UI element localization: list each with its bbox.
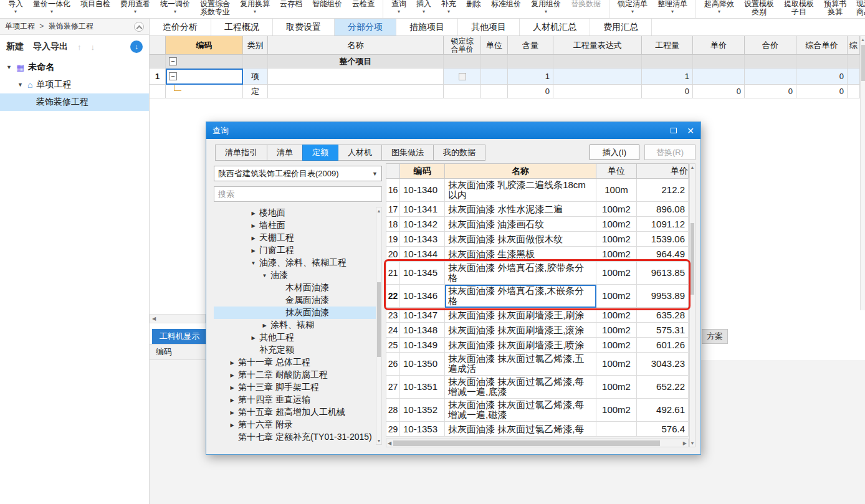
main-tab[interactable]: 费用汇总 bbox=[590, 19, 652, 36]
grid-cell[interactable] bbox=[796, 55, 848, 69]
total-cell[interactable]: 0 bbox=[745, 85, 796, 98]
dialog-tab[interactable]: 人材机 bbox=[338, 145, 382, 161]
scrollbar-thumb[interactable] bbox=[861, 45, 865, 81]
scroll-up-icon[interactable]: ▲ bbox=[690, 164, 695, 171]
column-header-partial[interactable]: 综 bbox=[848, 36, 860, 55]
grid-cell[interactable] bbox=[444, 55, 481, 69]
grid-cell[interactable] bbox=[508, 55, 553, 69]
ribbon-button[interactable]: 提取模板 子目 bbox=[780, 0, 818, 16]
column-header-total[interactable]: 合价 bbox=[745, 36, 796, 55]
ribbon-button[interactable]: 云检查 bbox=[348, 0, 379, 8]
catalog-tree-item[interactable]: 补充定额 bbox=[214, 344, 382, 356]
scroll-left-icon[interactable]: ◀ bbox=[152, 316, 156, 321]
tree-item-single-project[interactable]: ▼ ⌂ 单项工程 bbox=[0, 76, 149, 93]
column-header-code[interactable]: 编码 bbox=[166, 36, 243, 55]
grid-cell[interactable]: 整个项目 bbox=[268, 55, 444, 69]
quota-table-row[interactable]: 2210-1346抹灰面油漆 外墙真石漆,木嵌条分格100m29953.89 bbox=[386, 285, 689, 308]
catalog-tree-item[interactable]: ▶第十六章 附录 bbox=[214, 419, 382, 431]
collapse-row-icon[interactable]: − bbox=[169, 72, 177, 80]
catalog-tree-item[interactable]: 第十七章 定额补充(TY01-31-2015) bbox=[214, 431, 382, 444]
grid-row[interactable]: 定 0 0 0 0 0 bbox=[150, 85, 860, 98]
comp-price-cell[interactable]: 0 bbox=[796, 85, 848, 98]
catalog-tree-item[interactable]: ▶第十二章 耐酸防腐工程 bbox=[214, 369, 382, 381]
column-header-content[interactable]: 含量 bbox=[508, 36, 553, 55]
catalog-tree-item[interactable]: ▶楼地面 bbox=[214, 207, 382, 219]
main-tab[interactable]: 工程概况 bbox=[211, 19, 273, 36]
catalog-tree-item[interactable]: 金属面油漆 bbox=[214, 294, 382, 307]
horizontal-scrollbar[interactable]: ◀ ▶ bbox=[386, 439, 689, 447]
ribbon-button[interactable]: 项目自检 bbox=[76, 0, 115, 8]
catalog-tree-item[interactable]: ▶第十三章 脚手架工程 bbox=[214, 381, 382, 394]
dialog-tab[interactable]: 清单指引 bbox=[215, 145, 267, 161]
grid-row[interactable]: 1 − 项 1 1 0 bbox=[150, 69, 860, 85]
plan-tab[interactable]: 方案 bbox=[702, 329, 728, 344]
dialog-tab[interactable]: 我的数据 bbox=[433, 145, 485, 161]
vertical-scrollbar[interactable]: ▲ bbox=[860, 36, 865, 310]
grid-cell[interactable] bbox=[243, 55, 268, 69]
grid-cell[interactable] bbox=[693, 55, 745, 69]
price-cell[interactable] bbox=[693, 69, 745, 85]
ribbon-button[interactable]: 现浇转 商品砼 bbox=[852, 0, 865, 16]
type-cell[interactable]: 定 bbox=[243, 85, 268, 98]
scroll-up-icon[interactable]: ▲ bbox=[861, 36, 865, 44]
qty-cell[interactable]: 0 bbox=[642, 85, 693, 98]
quota-table-row[interactable]: 1910-1343抹灰面油漆 抹灰面做假木纹100m21539.06 bbox=[386, 232, 689, 247]
content-cell[interactable]: 1 bbox=[508, 69, 553, 85]
dialog-tab[interactable]: 清单 bbox=[267, 145, 303, 161]
quota-table-row[interactable]: 2310-1347抹灰面油漆 抹灰面刷墙漆王,刷涂100m2635.28 bbox=[386, 308, 689, 323]
catalog-tree-item[interactable]: ▶墙柱面 bbox=[214, 219, 382, 232]
download-icon[interactable]: ↓ bbox=[130, 40, 143, 53]
new-button[interactable]: 新建 bbox=[6, 41, 24, 52]
column-header-type[interactable]: 类别 bbox=[243, 36, 268, 55]
import-export-button[interactable]: 导入导出 bbox=[33, 41, 68, 52]
column-header-price[interactable]: 单价 bbox=[693, 36, 745, 55]
lock-cell[interactable] bbox=[444, 85, 481, 98]
ribbon-button[interactable]: 锁定清单▾ bbox=[613, 0, 652, 14]
grid-cell[interactable] bbox=[150, 55, 166, 69]
total-cell[interactable] bbox=[745, 69, 796, 85]
tree-item-decoration-works[interactable]: 装饰装修工程 bbox=[0, 93, 149, 111]
ribbon-button[interactable]: 删除 bbox=[462, 0, 485, 8]
ribbon-button[interactable]: 预算书 换算▾ bbox=[820, 0, 851, 19]
dialog-titlebar[interactable]: 查询 ✕ bbox=[206, 122, 700, 139]
grid-cell[interactable] bbox=[745, 55, 796, 69]
main-tab[interactable]: 其他项目 bbox=[458, 19, 520, 36]
column-header-lock[interactable]: 锁定综合单价 bbox=[444, 36, 481, 55]
catalog-tree-item[interactable]: ▶其他工程 bbox=[214, 331, 382, 344]
vertical-scrollbar[interactable]: ▲ ▼ bbox=[689, 163, 695, 447]
grid-cell[interactable] bbox=[848, 69, 860, 85]
catalog-tree-item[interactable]: ▶天棚工程 bbox=[214, 232, 382, 244]
ribbon-button[interactable]: 设置综合 系数专业 bbox=[196, 0, 234, 16]
quota-table-row[interactable]: 2410-1348抹灰面油漆 抹灰面刷墙漆王,滚涂100m2575.31 bbox=[386, 323, 689, 338]
quota-table-row[interactable]: 2510-1349抹灰面油漆 抹灰面刷墙漆王,喷涂100m2601.26 bbox=[386, 338, 689, 353]
catalog-tree-item[interactable]: ▶涂料、裱糊 bbox=[214, 319, 382, 331]
column-header-qty[interactable]: 工程量 bbox=[642, 36, 693, 55]
search-input[interactable] bbox=[214, 186, 382, 202]
ribbon-button[interactable]: 插入▾ bbox=[412, 0, 436, 14]
column-header[interactable] bbox=[150, 36, 166, 55]
row-number-cell[interactable]: 1 bbox=[150, 69, 166, 85]
quota-table-row[interactable]: 2710-1351抹灰面油漆 抹灰面过氯乙烯漆,每增减一遍,底漆100m2652… bbox=[386, 376, 689, 399]
grid-cell[interactable]: − bbox=[166, 55, 243, 69]
dialog-tab[interactable]: 图集做法 bbox=[381, 145, 434, 161]
scrollbar-thumb[interactable] bbox=[377, 282, 381, 357]
scrollbar-thumb[interactable] bbox=[393, 440, 660, 446]
unit-cell[interactable] bbox=[481, 69, 508, 85]
ribbon-button[interactable]: 替换数据 bbox=[566, 0, 605, 8]
collapse-sidebar-button[interactable] bbox=[134, 22, 144, 32]
ribbon-button[interactable]: 复用组价▾ bbox=[527, 0, 565, 14]
column-header-unit[interactable]: 单位 bbox=[481, 36, 508, 55]
restore-window-icon[interactable] bbox=[671, 128, 677, 133]
catalog-tree-item[interactable]: ▶第十四章 垂直运输 bbox=[214, 394, 382, 406]
column-header-comp-price[interactable]: 综合单价 bbox=[796, 36, 848, 55]
quota-table-row[interactable]: 2610-1350抹灰面油漆 抹灰面过氯乙烯漆,五遍成活100m23043.23 bbox=[386, 353, 689, 376]
ribbon-button[interactable]: 统一调价▾ bbox=[156, 0, 194, 14]
catalog-tree-item[interactable]: ▶门窗工程 bbox=[214, 244, 382, 257]
quota-table-row[interactable]: 2910-1353抹灰面油漆 抹灰面过氯乙烯漆,每576.4 bbox=[386, 422, 689, 437]
scroll-left-icon[interactable]: ◀ bbox=[388, 440, 391, 446]
horizontal-scrollbar[interactable]: ◀ bbox=[150, 314, 206, 323]
ribbon-button[interactable]: 超高降效▾ bbox=[700, 0, 738, 14]
type-cell[interactable]: 项 bbox=[243, 69, 268, 85]
main-tab[interactable]: 造价分析 bbox=[150, 19, 211, 36]
close-icon[interactable]: ✕ bbox=[687, 126, 694, 135]
